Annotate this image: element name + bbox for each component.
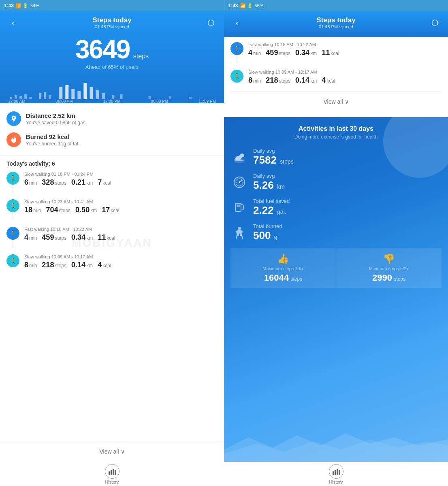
svg-rect-3	[24, 94, 27, 99]
max-steps-value: 16044	[264, 273, 289, 283]
back-button[interactable]: ‹	[6, 16, 19, 29]
max-steps-unit: steps	[290, 276, 302, 282]
thumbs-up-icon: 👍	[237, 253, 329, 264]
left-page-title: Steps today	[92, 16, 131, 24]
svg-rect-38	[335, 470, 336, 475]
right-battery: 55%	[255, 3, 264, 8]
popup-stats-1: 4min 459steps 0.34km 11kcal	[248, 49, 442, 57]
activity-dot-2: 🚶	[6, 199, 19, 212]
export-button[interactable]: ⬡	[205, 16, 218, 29]
popup-stats-2: 8min 218steps 0.14km 4kcal	[248, 76, 442, 85]
left-view-all-btn[interactable]: View all ∨	[0, 441, 224, 462]
chart-labels: 12:00 AM 06:00 AM 12:00 PM 06:00 PM 11:5…	[6, 99, 218, 103]
svg-rect-19	[169, 96, 171, 99]
svg-rect-9	[65, 85, 68, 99]
activity-item-1: 🚶 Slow walking 01:18 PM - 01:24 PM 6min …	[6, 172, 218, 193]
timeline-4: 🚶	[6, 254, 19, 267]
timeline-1: 🚶	[6, 172, 19, 193]
svg-rect-16	[112, 95, 115, 99]
metric-steps: Daily avg 7582 steps	[230, 148, 442, 166]
burned-desc: You've burned 11g of fat	[26, 141, 78, 147]
activities-title: Activities in last 30 days	[230, 125, 442, 132]
activity-dot-4: 🚶	[6, 254, 19, 267]
activity-type-1: Slow walking 01:18 PM - 01:24 PM	[24, 172, 218, 177]
svg-rect-4	[29, 97, 32, 99]
steps-ahead-text: Ahead of 65% of users	[6, 64, 218, 70]
steps-display: 3649 steps Ahead of 65% of users	[6, 32, 218, 75]
svg-rect-11	[77, 91, 81, 99]
right-header: ‹ Steps today 01:48 PM synced ⬡	[224, 11, 448, 37]
svg-rect-10	[71, 89, 75, 99]
speedometer-icon	[230, 173, 248, 191]
right-export-button[interactable]: ⬡	[429, 16, 442, 29]
svg-rect-25	[113, 469, 114, 475]
max-steps-label: Maximum steps 10/7	[237, 266, 329, 271]
steps-chart: 12:00 AM 06:00 AM 12:00 PM 06:00 PM 11:5…	[6, 75, 218, 103]
popup-timeline-2: 🚶	[230, 70, 243, 83]
popup-item-1: 🚶 Fast walking 10:18 AM - 10:22 AM 4min …	[230, 42, 442, 63]
activity-item-3: 🚶 Fast walking 10:18 AM - 10:22 AM 4min …	[6, 227, 218, 248]
metric-burned-text: Total burned 500 g	[253, 223, 282, 242]
popup-timeline-1: 🚶	[230, 42, 243, 63]
svg-rect-15	[102, 93, 105, 99]
fuel-icon	[230, 198, 248, 216]
distance-title: Distance 2.52 km	[26, 112, 85, 119]
right-view-all-btn[interactable]: View all ∨	[230, 91, 442, 112]
min-steps-unit: steps	[394, 276, 405, 282]
svg-rect-8	[59, 87, 62, 99]
metric-fuel: Total fuel saved 2.22 gal.	[230, 198, 442, 217]
svg-rect-24	[111, 470, 112, 475]
svg-rect-39	[337, 469, 338, 475]
activity-content-1: Slow walking 01:18 PM - 01:24 PM 6min 32…	[24, 172, 218, 187]
distance-stat: Distance 2.52 km You've saved 0.58pt. of…	[6, 108, 218, 129]
right-back-button[interactable]: ‹	[230, 16, 243, 29]
svg-point-22	[13, 117, 15, 119]
activity-item-2: 🚶 Slow walking 10:23 AM - 10:41 AM 18min…	[6, 199, 218, 220]
min-steps-value: 2990	[372, 273, 392, 283]
right-panel: ‹ Steps today 01:48 PM synced ⬡ 🚶 Fast w…	[224, 11, 448, 486]
left-status-time: 1:48	[4, 3, 14, 9]
right-history-label: History	[329, 480, 343, 484]
activity-type-4: Slow walking 10:09 AM - 10:17 AM	[24, 254, 218, 259]
distance-text: Distance 2.52 km You've saved 0.58pt. of…	[26, 112, 85, 126]
metric-steps-text: Daily avg 7582 steps	[253, 148, 294, 166]
svg-rect-1	[15, 95, 17, 99]
left-view-all-text[interactable]: View all ∨	[100, 448, 125, 455]
svg-rect-18	[149, 96, 151, 99]
metric-fuel-text: Total fuel saved 2.22 gal.	[253, 198, 290, 217]
right-history-icon	[329, 464, 343, 479]
popup-content-1: Fast walking 10:18 AM - 10:22 AM 4min 45…	[248, 42, 442, 57]
popup-content-2: Slow walking 10:09 AM - 10:17 AM 8min 21…	[248, 70, 442, 85]
chart-label-1: 12:00 AM	[8, 99, 25, 103]
svg-rect-12	[83, 83, 87, 99]
popup-dot-2: 🚶	[230, 70, 243, 83]
left-sync-time: 01:48 PM synced	[92, 24, 131, 29]
chart-label-2: 06:00 AM	[55, 99, 73, 103]
svg-rect-26	[115, 470, 116, 475]
svg-point-36	[238, 227, 241, 230]
left-history-nav[interactable]: History	[105, 464, 119, 484]
left-bottom-nav[interactable]: History	[0, 462, 224, 486]
right-history-nav[interactable]: History	[329, 464, 343, 484]
activity-item-4: 🚶 Slow walking 10:09 AM - 10:17 AM 8min …	[6, 254, 218, 269]
activity-dot-1: 🚶	[6, 172, 19, 185]
popup-dot-1: 🚶	[230, 42, 243, 55]
activity-content-3: Fast walking 10:18 AM - 10:22 AM 4min 45…	[24, 227, 218, 242]
left-status-icons: 📶 🔋	[16, 3, 28, 9]
right-bottom-nav[interactable]: History	[224, 462, 448, 486]
left-activity-section: Today's activity: 6 🚶 Slow walking 01:18…	[0, 156, 224, 441]
timeline-2: 🚶	[6, 199, 19, 220]
right-status-time: 1:48	[228, 3, 238, 9]
status-bar: 1:48 📶 🔋 54% 1:48 📶 🔋 55%	[0, 0, 448, 11]
max-steps-box: 👍 Maximum steps 10/7 16044 steps	[230, 248, 336, 288]
left-history-icon	[105, 464, 119, 479]
left-header: ‹ Steps today 01:48 PM synced ⬡ 3649 ste…	[0, 11, 224, 103]
burned-stat: Burned 92 kcal You've burned 11g of fat	[6, 129, 218, 150]
activity-header: Today's activity: 6	[6, 160, 218, 167]
svg-rect-5	[39, 93, 41, 99]
mountain-silhouette	[224, 429, 448, 462]
activity-stats-2: 18min 704steps 0.50km 17kcal	[24, 206, 218, 214]
right-sync-time: 01:48 PM synced	[316, 24, 355, 29]
activity-type-2: Slow walking 10:23 AM - 10:41 AM	[24, 199, 218, 204]
right-view-all-text[interactable]: View all ∨	[324, 98, 349, 105]
